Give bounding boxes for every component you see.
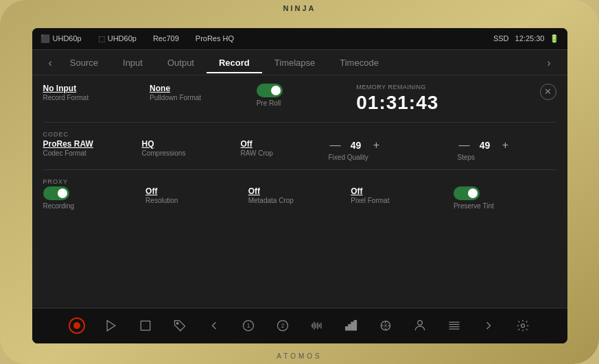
no-input-value[interactable]: No Input (43, 84, 150, 93)
toolbar-prev-button[interactable] (203, 315, 225, 337)
steps-plus[interactable]: + (499, 139, 513, 151)
record-circle (69, 317, 85, 334)
record-dot (73, 322, 80, 329)
field-metadata-crop: Off Metadata Crop (248, 186, 351, 204)
waveform-icon (310, 319, 324, 332)
chevron-left-icon (207, 319, 221, 332)
tab-timelapse[interactable]: Timelapse (262, 58, 327, 73)
tab-prev-button[interactable]: ‹ (43, 57, 58, 75)
stop-button[interactable] (134, 315, 156, 337)
play-icon (104, 319, 118, 332)
waveform-button[interactable] (306, 315, 328, 337)
preserve-tint-label: Preserve Tint (454, 202, 556, 210)
tab-output[interactable]: Output (155, 58, 207, 73)
fixed-quality-minus[interactable]: — (329, 139, 342, 151)
circle-2-icon: 2 (276, 319, 290, 332)
metadata-crop-value[interactable]: Off (248, 186, 351, 196)
memory-remaining-label: MEMORY REMAINING (356, 84, 534, 90)
screen: ⬛ UHD60p ⬚ UHD60p Rec709 ProRes HQ SSD 1… (32, 28, 567, 343)
svg-point-31 (521, 324, 524, 328)
record-format-label: Record Format (43, 94, 150, 101)
field-no-input: No Input Record Format (43, 84, 150, 101)
crosshair-icon (379, 319, 392, 332)
field-pixel-format: Off Pixel Format (351, 186, 454, 204)
tab-record[interactable]: Record (207, 58, 262, 73)
status-output-signal: UHD60p (108, 34, 137, 43)
prores-raw-value[interactable]: ProRes RAW (43, 139, 142, 149)
svg-rect-18 (354, 321, 356, 330)
circle-2-button[interactable]: 2 (272, 315, 294, 337)
person-button[interactable] (409, 315, 431, 337)
output-icon: ⬚ (98, 34, 105, 43)
settings-button[interactable] (512, 315, 534, 337)
codec-section: CODEC ProRes RAW Codec Format HQ Compres… (43, 131, 556, 161)
record-button[interactable] (66, 315, 88, 337)
brand-top: NINJA (283, 4, 316, 12)
none-value[interactable]: None (150, 84, 257, 93)
pixel-format-label: Pixel Format (351, 197, 454, 204)
tag-button[interactable] (169, 315, 191, 337)
metadata-crop-label: Metadata Crop (248, 197, 351, 204)
status-color-space-label: Rec709 (153, 34, 179, 43)
chevron-right-icon (482, 319, 495, 332)
battery-icon: 🔋 (550, 34, 559, 43)
pixel-format-value[interactable]: Off (351, 186, 454, 196)
tab-next-button[interactable]: › (541, 57, 556, 75)
proxy-label: PROXY (43, 178, 556, 185)
status-bar: ⬛ UHD60p ⬚ UHD60p Rec709 ProRes HQ SSD 1… (32, 28, 567, 50)
tab-input[interactable]: Input (110, 58, 155, 73)
stop-icon (139, 319, 152, 332)
field-proxy-recording: Recording (43, 186, 146, 210)
tab-source[interactable]: Source (58, 58, 110, 73)
close-button[interactable]: ✕ (540, 84, 556, 100)
bars-button[interactable] (340, 315, 362, 337)
field-raw-crop: Off RAW Crop (241, 139, 323, 157)
circle-1-button[interactable]: 1 (237, 315, 259, 337)
proxy-fields-row: Recording Off Resolution Off Metadata Cr… (43, 186, 556, 210)
preserve-tint-toggle[interactable] (454, 186, 480, 200)
lines-button[interactable] (443, 315, 465, 337)
raw-crop-label: RAW Crop (241, 149, 323, 157)
steps-minus[interactable]: — (458, 139, 471, 151)
raw-crop-value[interactable]: Off (241, 139, 323, 149)
toolbar-next-button[interactable] (478, 315, 500, 337)
memory-section: MEMORY REMAINING 01:31:43 (345, 84, 534, 114)
svg-point-26 (417, 321, 422, 326)
divider-1 (43, 122, 556, 123)
settings-icon (516, 319, 530, 332)
resolution-label: Resolution (145, 197, 248, 204)
tag-icon (173, 319, 187, 332)
codec-fields-row: ProRes RAW Codec Format HQ Compressions … (43, 139, 556, 161)
input-icon: ⬛ (40, 34, 50, 43)
fixed-quality-control: — 49 + (329, 139, 452, 151)
status-storage: SSD 12:25:30 🔋 (493, 34, 559, 43)
fixed-quality-label: Fixed Quality (329, 154, 452, 161)
brand-bottom: ATOMOS (277, 352, 322, 360)
bottom-toolbar: 1 2 (32, 308, 567, 343)
pre-roll-label: Pre Roll (257, 99, 346, 107)
svg-rect-15 (345, 327, 347, 330)
fixed-quality-plus[interactable]: + (370, 139, 384, 151)
resolution-value[interactable]: Off (145, 186, 248, 196)
svg-point-2 (176, 322, 178, 324)
pulldown-format-label: Pulldown Format (150, 94, 257, 101)
main-content: ‹ Source Input Output Record Timelapse T… (32, 50, 567, 343)
proxy-recording-label: Recording (43, 202, 146, 210)
divider-2 (43, 169, 556, 170)
svg-rect-17 (351, 322, 353, 330)
codec-label: CODEC (43, 131, 556, 138)
field-hq: HQ Compressions (142, 139, 241, 157)
field-resolution: Off Resolution (145, 186, 248, 204)
proxy-section: PROXY Recording Off Resolution Off Meta (43, 178, 556, 210)
crosshair-button[interactable] (375, 315, 397, 337)
device-body: NINJA ⬛ UHD60p ⬚ UHD60p Rec709 ProRes HQ… (0, 0, 599, 364)
lines-icon (447, 319, 461, 332)
hq-value[interactable]: HQ (142, 139, 241, 149)
status-output: ⬚ UHD60p (98, 34, 137, 43)
tab-timecode[interactable]: Timecode (327, 58, 391, 73)
pre-roll-toggle[interactable] (257, 84, 283, 97)
field-prores-raw: ProRes RAW Codec Format (43, 139, 142, 157)
person-icon (413, 319, 427, 332)
play-button[interactable] (100, 315, 122, 337)
proxy-recording-toggle[interactable] (43, 186, 69, 200)
